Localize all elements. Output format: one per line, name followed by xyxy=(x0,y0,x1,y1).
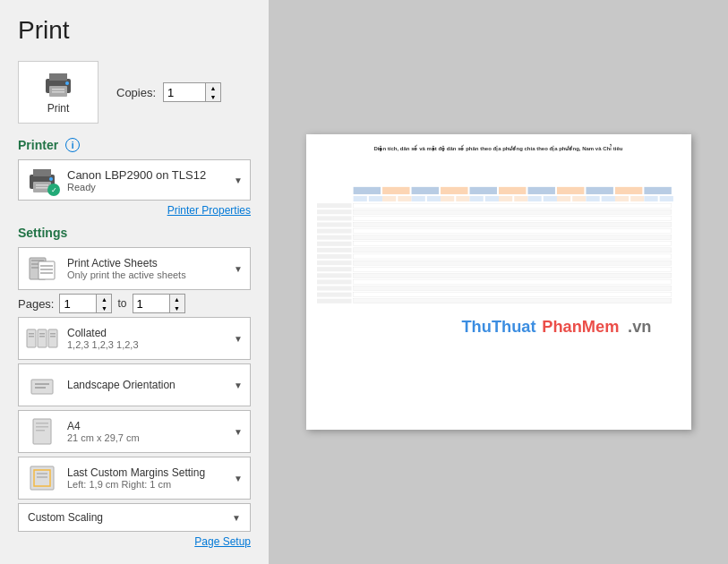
pages-from-input[interactable] xyxy=(59,294,97,313)
info-icon[interactable]: i xyxy=(65,138,80,152)
printer-section-title: Printer i xyxy=(18,138,251,152)
collated-row[interactable]: Collated 1,2,3 1,2,3 1,2,3 ▼ xyxy=(18,317,251,360)
svg-rect-26 xyxy=(39,336,45,338)
collated-main: Collated xyxy=(67,327,230,339)
svg-rect-66 xyxy=(572,196,586,201)
svg-rect-3 xyxy=(52,89,64,90)
svg-rect-18 xyxy=(40,269,53,270)
svg-rect-19 xyxy=(40,272,53,274)
svg-rect-48 xyxy=(586,187,612,194)
paper-size-row[interactable]: A4 21 cm x 29,7 cm ▼ xyxy=(18,410,251,453)
paper-size-icon xyxy=(26,417,58,446)
margins-arrow: ▼ xyxy=(234,474,243,483)
svg-rect-4 xyxy=(52,91,64,93)
preview-grid-svg: ThuThuat PhanMem .vn xyxy=(317,155,681,419)
svg-rect-1 xyxy=(49,73,67,81)
svg-rect-22 xyxy=(48,329,57,347)
svg-rect-27 xyxy=(50,333,56,335)
svg-rect-87 xyxy=(317,248,352,252)
scaling-row[interactable]: Custom Scaling ▼ xyxy=(18,503,251,532)
orientation-arrow: ▼ xyxy=(234,380,243,390)
svg-point-11 xyxy=(49,177,53,181)
copies-input-wrap: ▲ ▼ xyxy=(163,82,221,102)
svg-rect-35 xyxy=(36,430,45,432)
pages-to-input[interactable] xyxy=(133,294,170,313)
printer-properties-link[interactable]: Printer Properties xyxy=(18,204,251,217)
pages-to-up[interactable]: ▲ xyxy=(170,295,184,303)
svg-rect-23 xyxy=(29,333,34,335)
svg-rect-93 xyxy=(317,267,352,271)
copies-down-button[interactable]: ▼ xyxy=(206,92,220,101)
copies-input[interactable] xyxy=(163,82,206,102)
print-btn-label: Print xyxy=(47,102,70,115)
svg-rect-69 xyxy=(614,196,628,201)
svg-rect-79 xyxy=(317,222,352,226)
svg-rect-90 xyxy=(353,254,671,259)
print-button-area: Print Copies: ▲ ▼ xyxy=(18,61,251,124)
paper-size-text: A4 21 cm x 29,7 cm xyxy=(67,420,230,443)
svg-rect-97 xyxy=(317,279,352,284)
svg-rect-49 xyxy=(614,187,641,194)
orientation-row[interactable]: Landscape Orientation ▼ xyxy=(18,363,251,406)
active-sheets-text: Print Active Sheets Only print the activ… xyxy=(67,257,230,280)
svg-rect-82 xyxy=(353,229,671,234)
ready-check-icon: ✓ xyxy=(47,184,60,196)
pages-to-wrap: ▲ ▼ xyxy=(133,294,185,313)
svg-text:ThuThuat: ThuThuat xyxy=(461,317,535,336)
svg-rect-42 xyxy=(411,187,438,194)
svg-rect-64 xyxy=(543,196,556,201)
svg-rect-65 xyxy=(556,196,570,201)
svg-rect-68 xyxy=(601,196,614,201)
svg-rect-95 xyxy=(317,273,352,278)
scaling-arrow: ▼ xyxy=(232,513,241,523)
right-panel: Diện tích, dân số và mật độ dân số phân … xyxy=(269,0,728,564)
svg-rect-33 xyxy=(36,423,48,424)
pages-from-spinners: ▲ ▼ xyxy=(97,294,112,313)
svg-rect-102 xyxy=(353,293,671,297)
collated-arrow: ▼ xyxy=(234,334,243,344)
svg-rect-62 xyxy=(514,196,527,201)
svg-rect-75 xyxy=(317,209,352,214)
preview-area: Diện tích, dân số và mật độ dân số phân … xyxy=(293,18,705,546)
active-sheets-icon xyxy=(26,254,58,283)
orientation-main: Landscape Orientation xyxy=(67,379,230,391)
svg-rect-51 xyxy=(353,196,366,201)
active-sheets-sub: Only print the active sheets xyxy=(67,269,230,280)
page-setup-link[interactable]: Page Setup xyxy=(18,535,251,548)
copies-label: Copies: xyxy=(116,86,156,99)
preview-grid: ThuThuat PhanMem .vn xyxy=(317,155,681,419)
svg-rect-54 xyxy=(398,196,411,201)
printer-select-row[interactable]: ✓ Canon LBP2900 on TLS12 Ready ▼ xyxy=(18,159,251,201)
svg-rect-7 xyxy=(33,169,51,176)
svg-rect-73 xyxy=(317,203,352,208)
margins-row[interactable]: Last Custom Margins Setting Left: 1,9 cm… xyxy=(18,457,251,500)
svg-rect-39 xyxy=(37,476,47,478)
preview-container: Diện tích, dân số và mật độ dân số phân … xyxy=(306,134,691,430)
print-button[interactable]: Print xyxy=(18,61,98,124)
svg-rect-40 xyxy=(353,187,380,194)
svg-rect-86 xyxy=(353,242,671,246)
print-active-sheets-row[interactable]: Print Active Sheets Only print the activ… xyxy=(18,247,251,290)
pages-from-down[interactable]: ▼ xyxy=(97,303,111,312)
svg-rect-103 xyxy=(317,299,352,303)
svg-rect-30 xyxy=(35,383,49,385)
pages-from-wrap: ▲ ▼ xyxy=(59,294,112,313)
svg-rect-81 xyxy=(317,229,352,234)
svg-rect-28 xyxy=(50,336,56,338)
printer-info: Canon LBP2900 on TLS12 Ready xyxy=(67,168,230,192)
svg-rect-96 xyxy=(353,273,671,278)
svg-rect-85 xyxy=(317,242,352,246)
svg-rect-53 xyxy=(382,196,396,201)
svg-rect-9 xyxy=(36,184,48,186)
svg-rect-45 xyxy=(499,187,526,194)
preview-table-title: Diện tích, dân số và mật độ dân số phân … xyxy=(317,145,681,151)
copies-row: Copies: ▲ ▼ xyxy=(116,82,221,102)
svg-rect-76 xyxy=(353,209,671,214)
svg-rect-78 xyxy=(353,216,671,220)
settings-section: Print Active Sheets Only print the activ… xyxy=(18,247,251,548)
svg-rect-57 xyxy=(441,196,454,201)
copies-up-button[interactable]: ▲ xyxy=(206,83,220,92)
svg-rect-80 xyxy=(353,222,671,226)
pages-to-down[interactable]: ▼ xyxy=(170,303,184,312)
pages-from-up[interactable]: ▲ xyxy=(97,295,111,303)
